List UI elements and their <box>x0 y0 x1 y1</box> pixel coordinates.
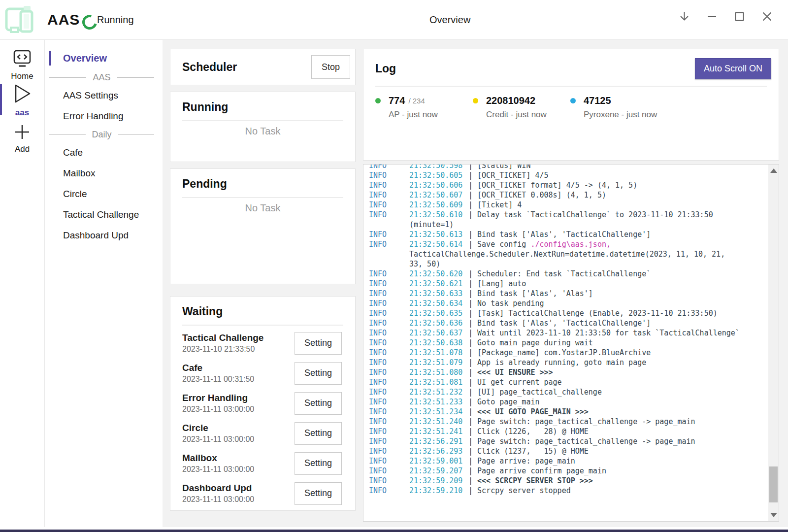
setting-button[interactable]: Setting <box>295 482 342 505</box>
log-stats: 774/ 234AP - just now220810942Credit - j… <box>375 95 767 120</box>
task-info: Error Handling2023-11-11 03:00:00 <box>182 392 254 415</box>
divider <box>182 120 343 121</box>
nav-item-circle[interactable]: Circle <box>45 184 163 204</box>
waiting-task-row: Dashboard Upd2023-11-11 03:00:00Setting <box>182 478 343 508</box>
sidebar-item-home[interactable]: Home <box>0 50 44 81</box>
sidebar-item-aas[interactable]: aas <box>0 83 44 118</box>
log-line: INFO21:32:50.634| No task pending <box>369 299 779 308</box>
task-next-run: 2023-11-11 03:00:00 <box>182 404 254 415</box>
nav-item-error-handling[interactable]: Error Handling <box>45 106 163 127</box>
task-name: Error Handling <box>182 392 254 404</box>
log-timestamp: 21:32:59.001 <box>409 456 468 466</box>
setting-button[interactable]: Setting <box>295 422 342 445</box>
task-info: Cafe2023-11-11 00:31:50 <box>182 362 254 385</box>
waiting-card: Waiting Tactical Challenge2023-11-10 21:… <box>170 296 356 511</box>
log-timestamp: 21:32:50.637 <box>409 328 468 338</box>
log-line: INFO21:32:50.609| [Ticket] 4 <box>369 200 779 210</box>
log-level: INFO <box>369 328 409 338</box>
minimize-button[interactable] <box>701 5 722 28</box>
log-timestamp: 21:32:50.620 <box>409 269 468 279</box>
nav-group-divider: Daily <box>49 127 154 142</box>
log-timestamp: 21:32:59.209 <box>409 476 468 486</box>
nav-item-aas-settings[interactable]: AAS Settings <box>45 85 163 106</box>
nav-group-label: AAS <box>86 72 117 83</box>
nav-item-mailbox[interactable]: Mailbox <box>45 163 163 184</box>
selected-indicator <box>0 84 2 115</box>
auto-scroll-button[interactable]: Auto Scroll ON <box>695 58 771 79</box>
log-line: INFO21:32:59.209| <<< SCRCPY SERVER STOP… <box>369 476 779 486</box>
log-line: INFO21:32:51.241| Click (1226, 28) @ HOM… <box>369 427 779 436</box>
running-empty-text: No Task <box>182 126 343 137</box>
log-timestamp: 21:32:50.635 <box>409 308 468 318</box>
log-level: INFO <box>369 348 409 358</box>
scrollbar-thumb[interactable] <box>769 466 778 502</box>
log-timestamp: 21:32:59.207 <box>409 466 468 476</box>
maximize-button[interactable] <box>729 5 750 28</box>
divider-line <box>49 77 86 78</box>
log-level: INFO <box>369 210 409 220</box>
log-level: INFO <box>369 417 409 427</box>
selected-indicator <box>49 51 51 66</box>
log-level: INFO <box>369 269 409 279</box>
setting-button[interactable]: Setting <box>295 452 342 475</box>
divider <box>375 86 767 87</box>
nav-item-dashboard-upd[interactable]: Dashboard Upd <box>45 225 163 246</box>
divider <box>182 197 343 198</box>
stop-button[interactable]: Stop <box>311 55 350 79</box>
app-name: AAS <box>47 11 80 28</box>
stat-value: 220810942 <box>486 95 535 106</box>
log-level: INFO <box>369 170 409 180</box>
download-button[interactable] <box>674 5 694 28</box>
pending-title: Pending <box>182 177 343 191</box>
log-output[interactable]: INFO21:32:50.598| [Status] WININFO21:32:… <box>363 164 779 522</box>
log-title: Log <box>375 62 396 75</box>
running-title: Running <box>182 100 343 114</box>
log-line: (minute=1) <box>369 220 779 230</box>
log-line: 33, 50) <box>369 259 779 269</box>
log-scrollbar[interactable] <box>768 165 779 521</box>
log-line: INFO21:32:59.001| Page arrive: page_main <box>369 456 779 466</box>
log-level: INFO <box>369 299 409 308</box>
task-info: Dashboard Upd2023-11-11 03:00:00 <box>182 482 254 505</box>
nav-item-tactical-challenge[interactable]: Tactical Challenge <box>45 204 163 225</box>
nav-item-label: Overview <box>63 53 107 64</box>
setting-button[interactable]: Setting <box>295 362 342 385</box>
log-stat: 774/ 234AP - just now <box>375 95 473 120</box>
log-timestamp: 21:32:50.636 <box>409 318 468 328</box>
log-level: INFO <box>369 190 409 200</box>
nav-item-overview[interactable]: Overview <box>45 47 163 69</box>
app-logo-icon <box>4 3 38 35</box>
stat-dot-icon <box>473 98 478 103</box>
log-timestamp: 21:32:50.621 <box>409 279 468 289</box>
task-next-run: 2023-11-11 00:31:50 <box>182 374 254 385</box>
scroll-down-icon[interactable] <box>770 513 777 517</box>
log-line: INFO21:32:51.233| Goto page_main <box>369 397 779 407</box>
nav-group-label: Daily <box>86 130 118 140</box>
log-timestamp: 21:32:56.291 <box>409 436 468 446</box>
log-line: INFO21:32:56.291| Page switch: page_tact… <box>369 436 779 446</box>
close-button[interactable] <box>756 5 777 28</box>
log-level: INFO <box>369 397 409 407</box>
stat-label: Credit - just now <box>486 110 570 120</box>
log-line: INFO21:32:50.607| [OCR_TICKET 0.008s] (4… <box>369 190 779 200</box>
task-info: Tactical Challenge2023-11-10 21:33:50 <box>182 332 263 355</box>
sidebar-item-add[interactable]: Add <box>0 124 44 154</box>
titlebar: AAS Running Overview <box>0 0 788 40</box>
log-timestamp: 21:32:50.606 <box>409 180 468 190</box>
waiting-task-row: Error Handling2023-11-11 03:00:00Setting <box>182 388 343 418</box>
divider-line <box>49 134 86 135</box>
log-timestamp: 21:32:50.634 <box>409 299 468 308</box>
waiting-task-row: Cafe2023-11-11 00:31:50Setting <box>182 358 343 388</box>
nav-item-cafe[interactable]: Cafe <box>45 142 163 163</box>
log-line: INFO21:32:50.635| [Task] TacticalChallen… <box>369 308 779 318</box>
scroll-up-icon[interactable] <box>770 168 777 173</box>
icon-sidebar: HomeaasAdd <box>0 40 45 527</box>
log-line: INFO21:32:51.078| [Package_name] com.Yos… <box>369 348 779 358</box>
task-next-run: 2023-11-11 03:00:00 <box>182 464 254 475</box>
log-line: INFO21:32:50.610| Delay task `TacticalCh… <box>369 210 779 220</box>
sidebar-item-label: aas <box>15 108 29 118</box>
stat-value-row: 774/ 234 <box>375 95 473 106</box>
setting-button[interactable]: Setting <box>295 332 342 355</box>
log-line: INFO21:32:51.081| UI get current page <box>369 377 779 387</box>
setting-button[interactable]: Setting <box>295 392 342 415</box>
